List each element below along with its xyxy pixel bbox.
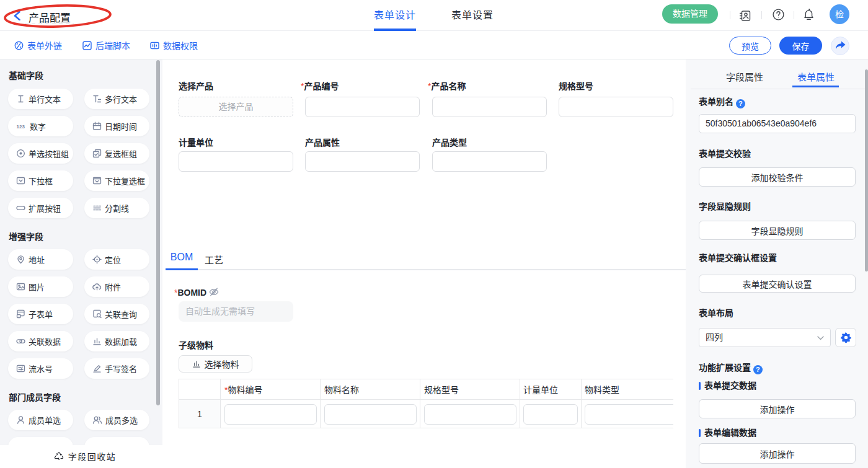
svg-text:123: 123 [17,124,25,130]
